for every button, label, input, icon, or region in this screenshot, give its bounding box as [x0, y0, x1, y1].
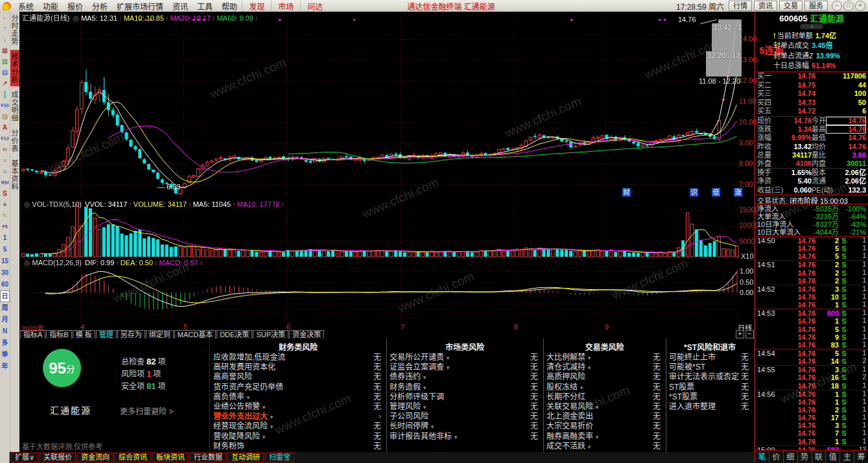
collapse-icon[interactable]: ◎: [24, 200, 30, 208]
period-日[interactable]: 日: [0, 291, 10, 302]
restore-icon[interactable]: □: [843, 1, 854, 11]
status-tab-资金流向[interactable]: 资金流向: [77, 453, 113, 462]
collapse-icon[interactable]: ◎: [24, 259, 30, 267]
minimize-icon[interactable]: –: [832, 1, 842, 11]
down-icon[interactable]: ↓: [0, 34, 10, 45]
view-tab-分时走势[interactable]: 分时走势: [10, 12, 19, 48]
dropdown-arrow-icon[interactable]: ▼: [269, 424, 274, 430]
tape-list[interactable]: 14:5014.762S114.765S114.765S114:5114.762…: [755, 237, 868, 450]
f5-icon[interactable]: F5: [0, 221, 10, 232]
hot-menu-市场[interactable]: 市场: [271, 1, 300, 12]
status-tab-互动调研[interactable]: 互动调研: [228, 453, 264, 462]
close-icon[interactable]: ×: [855, 1, 865, 11]
period-30[interactable]: 30: [0, 267, 10, 279]
dropdown-arrow-icon[interactable]: ▼: [422, 385, 427, 391]
zoom-out-button[interactable]: −: [745, 330, 754, 338]
menu-item-帮助[interactable]: 帮助: [217, 1, 242, 12]
circle-icon[interactable]: ○: [0, 155, 10, 166]
move-icon[interactable]: +: [0, 199, 10, 210]
indicator-tab-管理[interactable]: 管理: [96, 330, 117, 339]
tape-tab-值[interactable]: 值: [825, 451, 839, 463]
menu-item-功能[interactable]: 功能: [38, 1, 63, 12]
dropdown-arrow-icon[interactable]: ▼: [261, 405, 266, 410]
dropdown-arrow-icon[interactable]: ▼: [453, 434, 458, 440]
tape-tab-联[interactable]: 联: [812, 451, 826, 463]
status-tab-扩展∨[interactable]: 扩展∨: [11, 453, 38, 462]
rsi-icon[interactable]: RSI: [0, 177, 10, 188]
menu-item-扩展市场行情[interactable]: 扩展市场行情: [112, 1, 168, 12]
zoom-in-button[interactable]: +: [736, 330, 744, 338]
period-季[interactable]: 季: [0, 349, 10, 361]
indicator-tab-绑定到[interactable]: 绑定到: [146, 330, 174, 339]
status-tab-扫雷宝[interactable]: 扫雷宝: [265, 453, 294, 462]
dropdown-arrow-icon[interactable]: ▼: [587, 365, 592, 371]
back-icon[interactable]: ←: [0, 12, 10, 23]
indicator-tab-DDE决策[interactable]: DDE决策: [217, 330, 252, 339]
period-5[interactable]: 5: [0, 244, 10, 255]
up-icon[interactable]: ↑: [0, 23, 10, 34]
titlebar-button-行情[interactable]: 行情: [729, 1, 752, 11]
period-多[interactable]: 多: [0, 337, 10, 349]
tape-tab-细[interactable]: 细: [783, 451, 797, 463]
indicator-tab-MACD基本[interactable]: MACD基本: [174, 330, 216, 339]
risk-item[interactable]: 营业外支出过大▼›: [210, 412, 386, 421]
titlebar-button-交易[interactable]: 交易: [779, 1, 803, 11]
titlebar-button-服务[interactable]: 服务: [804, 1, 828, 11]
tape-tab-笔[interactable]: 笔: [755, 451, 769, 463]
status-tab-综合资讯[interactable]: 综合资讯: [115, 453, 151, 462]
period-月[interactable]: 月: [0, 314, 10, 326]
view-tab-基本资料[interactable]: 基本资料: [10, 157, 19, 193]
dropdown-arrow-icon[interactable]: ▼: [587, 355, 592, 361]
view-tab-技术分析[interactable]: 技术分析: [10, 50, 19, 86]
period-15[interactable]: 15: [0, 255, 10, 267]
period-周[interactable]: 周: [0, 302, 10, 314]
period-N[interactable]: N: [0, 326, 10, 337]
dropdown-arrow-icon[interactable]: ▼: [269, 414, 274, 420]
tape-tab-筹[interactable]: 筹: [854, 451, 868, 463]
dropdown-arrow-icon[interactable]: ▼: [594, 434, 600, 440]
tape-tab-主[interactable]: 主: [839, 451, 854, 463]
dropdown-arrow-icon[interactable]: ▼: [261, 434, 266, 440]
draw-icon[interactable]: ✎: [0, 210, 10, 221]
indicator-tab-资金决策[interactable]: 资金决策: [289, 330, 324, 339]
indicator-tab-模 板[interactable]: 模 板: [73, 330, 95, 339]
dropdown-arrow-icon[interactable]: ▼: [246, 395, 251, 401]
indicator-tab-指标A[interactable]: 指标A: [20, 330, 45, 339]
f12-icon[interactable]: F12: [0, 133, 10, 144]
indicator-tab-指标B[interactable]: 指标B: [46, 330, 71, 339]
view-tab-成交明细[interactable]: 成交明细: [10, 88, 19, 125]
dropdown-arrow-icon[interactable]: ▼: [422, 375, 427, 381]
collapse-icon[interactable]: ◎: [73, 14, 79, 22]
menu-item-资讯[interactable]: 资讯: [168, 1, 193, 12]
status-tab-行业数据[interactable]: 行业数据: [190, 453, 226, 462]
chart-canvas[interactable]: [19, 12, 754, 322]
period-60[interactable]: 60: [0, 279, 10, 291]
tape-tab-势[interactable]: 势: [797, 451, 812, 463]
dropdown-arrow-icon[interactable]: ▼: [579, 385, 584, 391]
status-tab-关联报价[interactable]: 关联报价: [40, 453, 76, 462]
grid-icon[interactable]: ▦: [0, 45, 10, 56]
hot-menu-发现[interactable]: 发现: [242, 1, 271, 12]
menu-item-分析[interactable]: 分析: [88, 1, 112, 12]
risk-more-link[interactable]: 更多扫雷避险 >: [120, 405, 173, 416]
signal-icon[interactable]: S: [0, 188, 10, 199]
dropdown-arrow-icon[interactable]: ▼: [594, 405, 600, 410]
dropdown-arrow-icon[interactable]: ▼: [445, 355, 451, 361]
view-tab-分价表[interactable]: 分价表: [10, 126, 19, 155]
dropdown-arrow-icon[interactable]: ▼: [445, 365, 451, 371]
status-tab-板块资讯[interactable]: 板块资讯: [152, 453, 189, 462]
hot-menu-问达[interactable]: 问达: [300, 1, 329, 12]
dropdown-arrow-icon[interactable]: ▼: [430, 424, 435, 430]
list-icon[interactable]: ▤: [0, 67, 10, 78]
block-icon[interactable]: ▨: [0, 111, 10, 122]
dropdown-arrow-icon[interactable]: ▼: [587, 444, 592, 450]
wave-icon[interactable]: ≈: [0, 166, 10, 177]
indicator-tab-另存为[interactable]: 另存为: [117, 330, 145, 339]
trend-icon[interactable]: ↗: [0, 78, 10, 89]
menu-item-报价[interactable]: 报价: [63, 1, 88, 12]
period-年[interactable]: 年: [0, 361, 10, 372]
quote-board-icon[interactable]: ▥: [0, 56, 10, 67]
f10-icon[interactable]: F10: [0, 100, 10, 111]
titlebar-button-资讯[interactable]: 资讯: [754, 1, 777, 11]
quote-collapse-pill[interactable]: ∧: [800, 24, 823, 29]
